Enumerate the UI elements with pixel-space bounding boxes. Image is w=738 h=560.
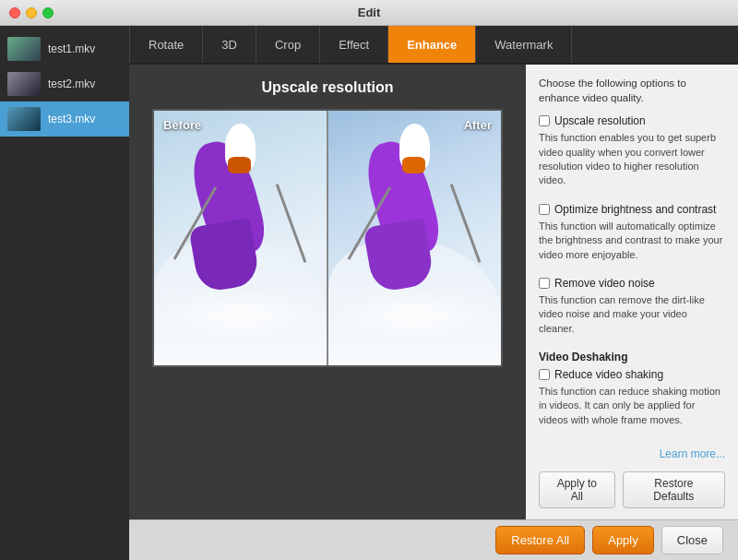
noise-checkbox[interactable] — [539, 278, 550, 289]
panel-btn-row: Apply to All Restore Defaults — [539, 462, 725, 508]
learn-more-link[interactable]: Learn more... — [539, 447, 725, 460]
brightness-checkbox-row: Optimize brightness and contrast — [539, 203, 725, 216]
tab-bar: Rotate 3D Crop Effect Enhance Watermark — [129, 26, 738, 65]
noise-label: Remove video noise — [554, 277, 655, 290]
main-container: test1.mkv test2.mkv test3.mkv Rotate 3D — [0, 26, 738, 560]
noise-desc: This function can remove the dirt-like v… — [539, 293, 725, 336]
brightness-checkbox[interactable] — [539, 204, 550, 215]
upscale-section: Upscale resolution This function enables… — [539, 114, 725, 196]
sidebar-item-label-2: test2.mkv — [48, 77, 95, 90]
traffic-lights — [9, 7, 54, 18]
sidebar-item-label-3: test3.mkv — [48, 113, 95, 125]
title-bar: Edit — [0, 0, 738, 26]
apply-to-all-button[interactable]: Apply to All — [539, 471, 615, 508]
upscale-checkbox[interactable] — [539, 115, 550, 126]
upscale-desc: This function enables you to get superb … — [539, 131, 725, 188]
minimize-traffic-light[interactable] — [26, 7, 37, 18]
bottom-bar: Restore All Apply Close — [129, 519, 738, 560]
tab-rotate[interactable]: Rotate — [129, 26, 203, 63]
upscale-checkbox-row: Upscale resolution — [539, 114, 725, 127]
sidebar-thumb-1 — [7, 37, 41, 61]
tab-effect[interactable]: Effect — [320, 26, 388, 63]
close-traffic-light[interactable] — [9, 7, 20, 18]
deshaking-desc: This function can reduce shaking motion … — [539, 385, 725, 427]
content-area: Rotate 3D Crop Effect Enhance Watermark … — [129, 26, 738, 560]
tab-crop[interactable]: Crop — [256, 26, 320, 63]
maximize-traffic-light[interactable] — [42, 7, 54, 18]
tab-3d[interactable]: 3D — [203, 26, 256, 63]
after-image — [328, 111, 501, 365]
sidebar-item-test1[interactable]: test1.mkv — [0, 31, 129, 66]
tab-enhance[interactable]: Enhance — [388, 26, 476, 63]
preview-before: Before — [154, 111, 327, 365]
deshaking-section: Video Deshaking Reduce video shaking Thi… — [539, 351, 725, 435]
brightness-desc: This function will automatically optimiz… — [539, 220, 725, 262]
apply-button[interactable]: Apply — [592, 526, 654, 554]
deshaking-checkbox-row: Reduce video shaking — [539, 368, 725, 381]
panel-intro: Choose the following options to enhance … — [539, 76, 725, 105]
upscale-label: Upscale resolution — [554, 114, 646, 127]
sidebar-item-test2[interactable]: test2.mkv — [0, 66, 129, 101]
sidebar-thumb-2 — [7, 72, 41, 96]
sidebar: test1.mkv test2.mkv test3.mkv — [0, 26, 129, 560]
noise-section: Remove video noise This function can rem… — [539, 277, 725, 343]
noise-checkbox-row: Remove video noise — [539, 277, 725, 290]
preview-after: After — [328, 111, 501, 365]
close-button[interactable]: Close — [661, 526, 723, 554]
brightness-section: Optimize brightness and contrast This fu… — [539, 203, 725, 269]
preview-divider — [327, 111, 328, 365]
before-image — [154, 111, 327, 365]
tab-watermark[interactable]: Watermark — [476, 26, 572, 63]
deshaking-heading: Video Deshaking — [539, 351, 725, 363]
sidebar-thumb-3 — [7, 107, 41, 131]
preview-images: Before — [152, 109, 503, 367]
restore-defaults-button[interactable]: Restore Defaults — [623, 471, 725, 508]
restore-all-button[interactable]: Restore All — [495, 526, 585, 554]
preview-title: Upscale resolution — [261, 79, 393, 96]
deshaking-label: Reduce video shaking — [554, 368, 663, 381]
sidebar-item-test3[interactable]: test3.mkv — [0, 101, 129, 137]
before-label: Before — [163, 118, 201, 132]
sidebar-item-label-1: test1.mkv — [48, 42, 95, 55]
window-title: Edit — [358, 6, 381, 19]
deshaking-checkbox[interactable] — [539, 369, 550, 380]
after-label: After — [464, 118, 492, 132]
brightness-label: Optimize brightness and contrast — [554, 203, 716, 216]
content-body: Upscale resolution — [129, 65, 738, 519]
preview-area: Upscale resolution — [129, 65, 526, 519]
right-panel: Choose the following options to enhance … — [526, 65, 738, 519]
